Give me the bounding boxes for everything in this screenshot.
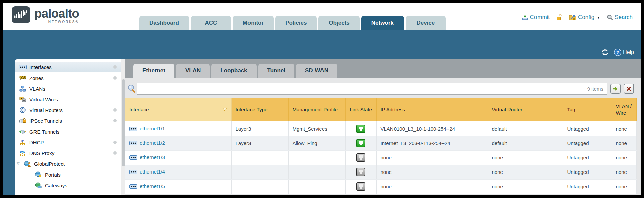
cell-vlan-wire: none: [612, 150, 637, 165]
search-label: Search: [615, 14, 633, 21]
search-icon: [607, 14, 613, 20]
sort-triangle-icon: [223, 108, 227, 111]
tab-sdwan[interactable]: SD-WAN: [296, 64, 337, 78]
sidebar-item-vlans[interactable]: VLANs: [15, 83, 125, 94]
cell-virtual-router: none: [488, 165, 563, 179]
interfaces-icon: [19, 64, 27, 70]
commit-icon: [522, 14, 528, 21]
lock-icon: [556, 14, 562, 21]
cell-tag: Untagged: [563, 165, 612, 179]
gre-tunnels-icon: [19, 128, 27, 135]
tab-loopback[interactable]: Loopback: [211, 64, 256, 78]
interface-link[interactable]: ethernet1/4: [140, 169, 165, 175]
interface-link[interactable]: ethernet1/3: [140, 154, 165, 160]
cell-management-profile: [288, 179, 345, 194]
sidebar-item-dns-proxy[interactable]: DNS DNS Proxy: [15, 148, 125, 158]
nav-tab-objects[interactable]: Objects: [318, 16, 359, 30]
tab-ethernet[interactable]: Ethernet: [133, 64, 174, 78]
status-dot: [113, 108, 117, 112]
nav-tab-policies[interactable]: Policies: [275, 16, 317, 30]
ethernet-port-icon: [129, 169, 137, 175]
sidebar-item-label: Zones: [29, 75, 44, 81]
clear-x-icon: [627, 87, 631, 91]
commit-label: Commit: [530, 14, 550, 21]
nav-tab-acc[interactable]: ACC: [191, 16, 231, 30]
sidebar-item-ipsec-tunnels[interactable]: IPSec Tunnels: [15, 115, 125, 126]
sidebar-item-interfaces[interactable]: Interfaces: [15, 62, 125, 72]
status-dot: [113, 76, 117, 80]
sidebar-item-label: Interfaces: [29, 64, 52, 70]
sidebar-item-gateways[interactable]: Gateways: [15, 180, 125, 191]
column-header-interface-type[interactable]: Interface Type: [231, 98, 288, 121]
main-area: Ethernet VLAN Loopback Tunnel SD-WAN 9 i…: [125, 59, 641, 195]
svg-text:IP: IP: [21, 139, 24, 143]
cell-management-profile: [288, 165, 345, 179]
gateways-icon: [34, 182, 42, 189]
column-header-link-state[interactable]: Link State: [345, 98, 376, 121]
cell-management-profile: [288, 150, 345, 165]
clear-filter-button[interactable]: [624, 84, 634, 94]
svg-text:?: ?: [616, 50, 619, 55]
sidebar-item-label: Gateways: [45, 183, 67, 188]
column-header-management-profile[interactable]: Management Profile: [288, 98, 345, 121]
sidebar-item-gre-tunnels[interactable]: GRE Tunnels: [15, 126, 125, 137]
sidebar-item-zones[interactable]: Zones: [15, 72, 125, 83]
sidebar-item-globalprotect[interactable]: ▽ GlobalProtect: [15, 158, 125, 169]
sidebar-item-portals[interactable]: Portals: [15, 169, 125, 180]
interface-link[interactable]: ethernet1/5: [140, 183, 165, 189]
green-arrow-icon: [613, 87, 618, 91]
column-header-virtual-router[interactable]: Virtual Router: [488, 98, 563, 121]
secondary-bar: ? Help: [3, 30, 641, 59]
sidebar-item-label: GlobalProtect: [34, 161, 65, 167]
cell-management-profile: Mgmt_Services: [288, 121, 345, 136]
lock-button[interactable]: [556, 14, 562, 21]
nav-tab-device[interactable]: Device: [406, 16, 446, 30]
cell-management-profile: Allow_Ping: [288, 136, 345, 150]
interface-link[interactable]: ethernet1/1: [140, 126, 165, 131]
column-header-ip-address[interactable]: IP Address: [376, 98, 488, 121]
search-button[interactable]: Search: [607, 14, 633, 21]
sidebar-scrollbar-thumb[interactable]: [122, 79, 125, 166]
help-button[interactable]: ? Help: [614, 48, 634, 56]
sidebar-item-virtual-wires[interactable]: Virtual Wires: [15, 94, 125, 105]
globalprotect-icon: [23, 160, 31, 167]
column-header-vlan-wire[interactable]: VLAN / Wire: [612, 98, 637, 121]
tab-vlan[interactable]: VLAN: [176, 64, 210, 78]
filter-input[interactable]: [140, 84, 587, 94]
ipsec-tunnels-icon: [19, 117, 27, 124]
column-header-interface[interactable]: Interface: [125, 98, 218, 121]
commit-button[interactable]: Commit: [522, 14, 550, 21]
nav-tab-network[interactable]: Network: [361, 16, 404, 30]
table-header-row: Interface Interface Type Management Prof…: [125, 98, 637, 121]
brand-name: paloalto: [34, 6, 79, 21]
config-label: Config: [578, 14, 594, 21]
vlans-icon: [19, 85, 27, 92]
refresh-icon[interactable]: [601, 49, 610, 56]
column-menu-button[interactable]: [218, 98, 231, 121]
tab-tunnel[interactable]: Tunnel: [258, 64, 294, 78]
nav-tab-monitor[interactable]: Monitor: [233, 16, 274, 30]
column-header-tag[interactable]: Tag: [563, 98, 612, 121]
collapse-expander-icon[interactable]: ▽: [17, 161, 19, 166]
link-state-icon: [356, 153, 365, 162]
chevron-down-icon: ▼: [597, 16, 600, 19]
cell-vlan-wire: none: [612, 121, 637, 136]
cell-virtual-router: none: [488, 150, 563, 165]
sidebar-item-dhcp[interactable]: IP DHCP: [15, 137, 125, 148]
apply-filter-button[interactable]: [610, 84, 621, 94]
ethernet-port-icon: [129, 141, 137, 146]
table-row: ethernet1/4 none none Untagged none: [125, 165, 637, 179]
filter-search-icon: [127, 84, 135, 93]
config-menu[interactable]: Config ▼: [569, 14, 600, 21]
sidebar-item-virtual-routers[interactable]: Virtual Routers: [15, 105, 125, 115]
link-state-icon: [356, 139, 365, 147]
cell-sort-gap: [218, 121, 231, 136]
cell-virtual-router: default: [488, 121, 563, 136]
band-actions: ? Help: [601, 48, 634, 56]
interface-link[interactable]: ethernet1/2: [140, 140, 165, 146]
sidebar-scrollbar[interactable]: [121, 59, 125, 195]
cell-interface-type: [231, 165, 288, 179]
cell-sort-gap: [218, 165, 231, 179]
nav-tab-dashboard[interactable]: Dashboard: [139, 16, 189, 30]
status-dot: [113, 141, 117, 144]
